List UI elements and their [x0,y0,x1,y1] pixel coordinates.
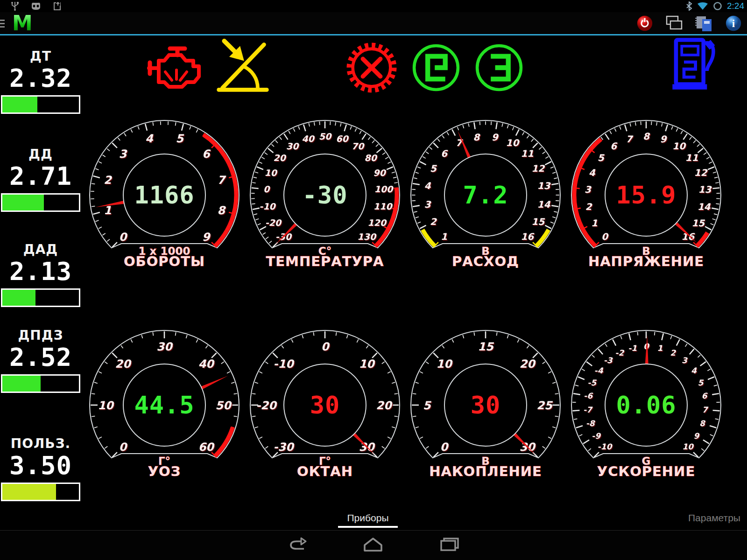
menu-icon[interactable] [0,18,6,29]
param-value: 2.71 [1,164,80,189]
gauge-tick [227,371,230,373]
gauge-scale-label: 20 [376,399,393,412]
param-progress-fill [2,484,56,500]
gauge-scale-label: 8 [217,204,226,217]
gauge-tick [205,345,207,348]
gauge-consumption[interactable]: 123456789101112131415167.2ВРАСХОД [405,119,566,268]
gauge-tick [554,211,557,212]
gauge-scale-label: 20 [273,153,286,163]
gauge-accumulation[interactable]: 05101520253030ВНАКОПЛЕНИЕ [405,329,566,478]
home-button[interactable] [362,537,384,552]
param-value: 3.50 [1,453,80,478]
check-engine-icon [146,45,209,96]
gauge-tick [255,172,258,173]
gauge-tick [124,133,126,136]
tab-parameters[interactable]: Параметры [682,512,747,524]
gauge-tick [708,377,714,380]
gauge-tick [330,121,331,125]
gauge-tick [265,362,268,364]
gauge-tick [578,377,585,380]
app-logo: M [12,11,33,35]
sidebar-param-dpdz: ДПДЗ2.52 [1,328,80,393]
param-progress-fill [2,195,44,210]
windows-button[interactable] [665,15,684,32]
gauge-acceleration[interactable]: -10-9-8-7-6-5-4-3-2-10123456789100.06GУС… [566,329,726,478]
gauge-tick [527,135,529,138]
gauge-tick [551,205,558,206]
gauge-tick [629,333,631,340]
sidebar-param-dd: ДД2.71 [1,147,80,212]
gauge-scale-label: 0 [601,231,609,242]
gauge-tick [592,355,595,357]
gauge-tick [522,132,524,135]
power-button[interactable] [636,14,654,32]
gauge-scale-label: 14 [698,201,711,212]
gauge-title: ОКТАН [297,463,353,478]
back-button[interactable] [287,537,309,552]
gauge-tick [347,335,348,338]
cyanogen-mascot-icon [31,2,41,10]
gauge-scale-label: 12 [531,163,545,174]
gauge-advance[interactable]: 010203040506044.5Г°УОЗ [84,329,245,478]
gauge-tick [234,393,237,394]
recents-button[interactable] [439,537,460,552]
gauge-octane[interactable]: -30-20-10010203030Г°ОКТАН [245,329,405,478]
gauge-tick [105,446,107,448]
gauge-tick [437,139,440,142]
gauge-tick [704,153,706,154]
gauge-zone [215,427,233,456]
info-button[interactable]: i [725,14,742,32]
gauge-scale-label: 3 [585,184,592,195]
gauge-tick [377,148,382,153]
gauge-tick [416,172,419,173]
gauge-tick [681,131,683,134]
gauge-tick [605,344,607,347]
gauge-tick [266,237,268,239]
gauge-tick [548,371,551,373]
gauge-temperature[interactable]: -30-20-100102030405060708090100110120130… [245,119,405,268]
gauge-tick [131,339,132,343]
gauge-tick [714,385,717,386]
gauge-scale-label: 4 [589,167,596,178]
gauge-tick [507,335,508,338]
gauge-scale-label: 5 [423,399,432,412]
gauge-tick [527,345,529,348]
gauge-scale-label: 6 [702,391,708,400]
gauge-scale-label: 15 [478,340,494,353]
gauge-scale-label: 0 [119,231,128,244]
gauge-scale-label: 1 [441,231,447,242]
gauge-rpm[interactable]: 012345678911661 x 1000ОБОРОТЫ [84,119,245,268]
gauge-tick [655,332,655,335]
gauge-tick [313,332,314,336]
gauge-tick [635,122,636,126]
gauge-scale-label: 2 [585,201,592,212]
gauge-scale-label: 20 [519,357,536,371]
gauge-scale-label: -9 [592,431,601,441]
gauge-tick [112,143,117,148]
gauge-tick [575,385,578,386]
gauge-tick [92,393,95,394]
gauge-scale-label: 50 [215,399,232,412]
gauge-scale-label: 6 [610,140,618,152]
gauge-tick [413,183,420,184]
gauge-voltage[interactable]: 01234567891011121314151615.9ВНАПРЯЖЕНИЕ [566,119,726,268]
gauge-scale-label: -5 [587,378,597,387]
gauge-scale-label: 120 [367,217,387,228]
gauge-tick [131,129,132,133]
gauge-scale-label: 5 [698,378,704,387]
sidebar-param-dt: ДТ2.32 [1,49,80,114]
usb-icon [11,1,19,11]
tab-devices[interactable]: Приборы [335,512,401,524]
gauge-tick [265,153,268,154]
gauge-title: РАСХОД [452,253,519,268]
gauge-tick [298,126,300,130]
log-button[interactable] [695,14,713,32]
gauge-tick [282,345,283,348]
gauge-scale-label: 8 [473,132,480,143]
gauge-scale-label: 0 [263,184,270,194]
gauge-value: 1166 [134,181,194,209]
gauge-tick [442,345,444,348]
gauge-tick [497,332,497,336]
gauge-scale-label: 5 [176,132,184,145]
gauge-tick [714,177,718,178]
